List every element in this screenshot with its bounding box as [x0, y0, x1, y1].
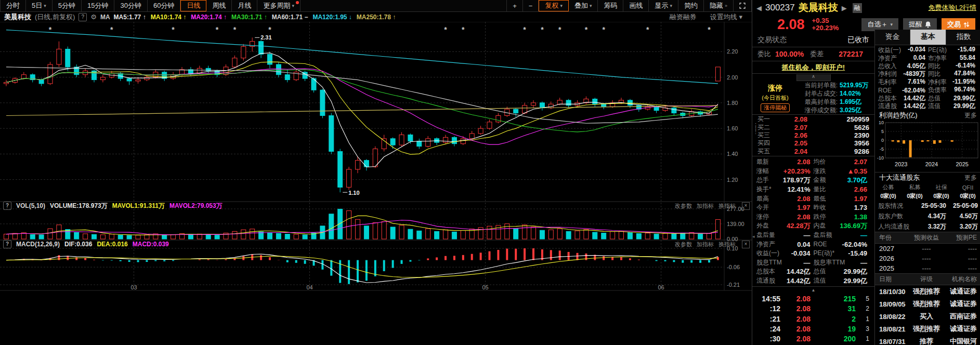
detail-value: 3.70亿	[847, 176, 870, 185]
tool-button-筹码[interactable]: 筹码	[598, 0, 623, 11]
help-icon[interactable]: ?	[79, 13, 87, 21]
tab-指数[interactable]: 指数	[946, 30, 980, 45]
svg-text:05: 05	[482, 284, 488, 290]
holders-value-b: 4.50万	[946, 212, 978, 221]
tool-button-画线[interactable]: 画线	[623, 0, 649, 11]
period-button-60分钟[interactable]: 60分钟	[148, 0, 180, 11]
svg-text:2.31: 2.31	[260, 34, 271, 41]
detail-value: 1.97	[854, 195, 870, 203]
rating-grade: 强烈推荐	[909, 324, 944, 334]
holders-values: 0家(0)0家(0)0家(0)0家(0)	[875, 192, 980, 201]
financial-cell: ROE-62.04%	[878, 87, 928, 94]
tab-基本[interactable]: 基本	[910, 30, 946, 45]
rating-org: 中国银河	[944, 337, 977, 345]
add-indicator-link[interactable]: 加指标	[697, 241, 714, 248]
detail-value: -62.04%	[842, 241, 870, 248]
ma-settings-link[interactable]: 设置均线 ▾	[710, 12, 742, 22]
rating-grade: 推荐	[909, 337, 944, 345]
rating-grade: 强烈推荐	[909, 299, 944, 309]
bid-row-买三[interactable]: 买三2.062390	[752, 131, 874, 139]
period-button-分时[interactable]: 分时	[0, 0, 26, 11]
tool-button-显示[interactable]: 显示▾	[649, 0, 678, 11]
quote-panel: ⋮⋮⋮ ◂ ◀ 300237 美晨科技 ▶ 融 免费体验L2行情 2.08 +0…	[752, 0, 980, 345]
help-icon[interactable]: ?	[3, 240, 11, 248]
prev-stock-arrow[interactable]: ◀	[756, 4, 762, 12]
period-button-15分钟[interactable]: 15分钟	[82, 0, 114, 11]
tool-button-复权[interactable]: 复权▾	[539, 0, 569, 11]
svg-text:1.80: 1.80	[727, 100, 738, 106]
forecast-eps: ----	[909, 255, 944, 262]
period-button-更多周期[interactable]: 更多周期▾	[257, 0, 300, 11]
period-button-5日[interactable]: 5日▾	[26, 0, 53, 11]
detail-value: -15.49	[848, 249, 870, 257]
fullscreen-button[interactable]	[734, 0, 752, 11]
bid-row-买四[interactable]: 买四2.053956	[752, 139, 874, 147]
period-button-周线[interactable]: 周线	[206, 0, 232, 11]
change-params-link[interactable]: 改参数	[675, 241, 692, 248]
bid-row-买二[interactable]: 买二2.075626	[752, 123, 874, 131]
switch-indicator-link[interactable]: 换指标	[718, 202, 736, 210]
detail-row: 盘后量—盘后额—	[752, 231, 874, 240]
help-icon[interactable]: ?	[3, 202, 11, 210]
detail-row: 最高2.08最低1.97	[752, 194, 874, 203]
open-account-link[interactable]: 抓住机会，即刻开户!	[782, 63, 845, 72]
period-button-30分钟[interactable]: 30分钟	[114, 0, 147, 11]
macd-pane-actions: 改参数 加指标 换指标	[675, 241, 736, 248]
status-label: 交易状态	[757, 35, 787, 45]
zoom-out-button[interactable]: −	[523, 0, 539, 11]
limit-up-stat-row: 封单占成交:14.02%	[798, 89, 874, 98]
svg-text:1.20: 1.20	[727, 177, 738, 183]
period-button-月线[interactable]: 月线	[232, 0, 257, 11]
detail-label: 总股本	[756, 267, 775, 276]
svg-text:*: *	[585, 25, 588, 34]
rating-org: 西南证券	[944, 312, 977, 321]
close-icon[interactable]: ×	[742, 241, 750, 248]
bid-row-买五[interactable]: 买五2.049286	[752, 148, 874, 155]
next-stock-arrow[interactable]: ▶	[842, 4, 847, 12]
tool-button-隐藏[interactable]: 隐藏»	[704, 0, 734, 11]
close-icon[interactable]: ×	[742, 202, 750, 210]
rating-org: 诚通证券	[944, 287, 977, 296]
period-button-日线[interactable]: 日线	[180, 0, 206, 11]
trade-count: 1	[856, 335, 869, 342]
rating-date: 18/10/30	[879, 288, 909, 296]
trade-volume: 200	[811, 335, 856, 343]
bid-volume: 2390	[807, 131, 869, 139]
collapse-handle[interactable]: ▲	[812, 288, 816, 293]
more-link[interactable]: 更多	[964, 174, 977, 182]
bid-row-买一[interactable]: 买一2.08250959	[752, 115, 874, 123]
detail-value: 12.41%	[787, 185, 813, 193]
detail-label: 涨幅	[756, 167, 769, 176]
ma-legend-item: MA5:1.77 ↑	[114, 14, 146, 21]
profit-trend-chart: 1050-5-10202320242025	[875, 121, 980, 170]
detail-value: 29.99亿	[843, 267, 870, 276]
collapse-handle[interactable]: ∧	[796, 74, 831, 81]
detail-label: 涨跌	[814, 167, 826, 176]
tool-button-叠加[interactable]: 叠加▾	[569, 0, 598, 11]
more-link[interactable]: 更多	[964, 111, 977, 120]
svg-text:04: 04	[306, 284, 312, 290]
switch-indicator-link[interactable]: 换指标	[718, 241, 736, 248]
zoom-in-button[interactable]: +	[506, 0, 523, 11]
forecast-eps: ----	[909, 245, 944, 253]
forecast-row: 2027--------	[875, 244, 980, 254]
settings-gear-icon[interactable]: ⚙	[90, 13, 97, 21]
detail-cell: 盘后量—	[756, 231, 814, 240]
forecast-col-header: 预测收益	[909, 233, 944, 242]
bid-price: 2.05	[775, 139, 807, 147]
limit-up-reveal-button[interactable]: 涨停揭秘	[761, 103, 790, 112]
detail-label: 内盘	[814, 221, 826, 230]
detail-label: 量比	[814, 185, 826, 194]
forecast-pe: ----	[944, 264, 977, 272]
period-button-5分钟[interactable]: 5分钟	[53, 0, 82, 11]
add-indicator-link[interactable]: 加指标	[697, 202, 714, 210]
margin-trading-link[interactable]: 融资融券	[670, 12, 697, 22]
last-price: 2.08	[777, 18, 805, 32]
kline-chart[interactable]: 2.202.001.801.601.401.2003040506277.0013…	[0, 22, 752, 291]
tab-资金[interactable]: 资金	[875, 30, 910, 45]
svg-text:*: *	[268, 25, 271, 34]
change-params-link[interactable]: 改参数	[675, 202, 692, 210]
bid-label: 买五	[757, 147, 775, 156]
tool-button-简约[interactable]: 简约	[678, 0, 704, 11]
l2-quote-link[interactable]: 免费体验L2行情	[929, 3, 976, 12]
